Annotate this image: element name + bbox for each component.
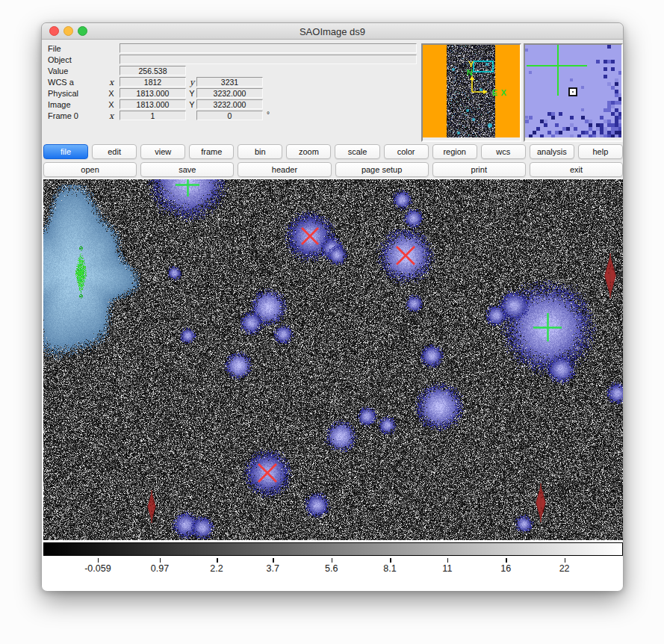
image-x-sublabel: X xyxy=(106,100,117,109)
frame-label: Frame 0 xyxy=(48,111,78,120)
colorbar-tick-label: 0.97 xyxy=(151,563,169,574)
colorbar-tick-label: -0.059 xyxy=(84,563,111,574)
colorbar-tick xyxy=(447,558,449,563)
colorbar-tick xyxy=(273,558,274,563)
menu-wcs-button[interactable]: wcs xyxy=(481,144,526,159)
menu-zoom-button[interactable]: zoom xyxy=(286,144,331,159)
wcs-x-field[interactable]: 1812 xyxy=(120,77,186,87)
wcs-y-sublabel: y xyxy=(187,78,197,87)
save-button[interactable]: save xyxy=(140,162,234,177)
frame-rotation-value: 0 xyxy=(228,111,232,120)
image-y-field[interactable]: 3232.000 xyxy=(196,99,263,109)
colorbar[interactable] xyxy=(43,542,623,556)
physical-y-value: 3232.000 xyxy=(214,89,246,98)
info-row-value: Value 256.538 xyxy=(42,66,419,76)
menu-bin-button[interactable]: bin xyxy=(238,144,282,159)
image-y-sublabel: Y xyxy=(187,100,197,109)
wcs-y-field[interactable]: 3231 xyxy=(196,77,263,87)
ds9-window: SAOImage ds9 File Object Value 256.538 W… xyxy=(41,22,624,590)
menu-view-button[interactable]: view xyxy=(140,144,185,159)
image-y-value: 3232.000 xyxy=(214,100,246,109)
menu-help-button[interactable]: help xyxy=(578,144,623,159)
colorbar-tick-label: 22 xyxy=(559,563,570,574)
info-row-wcs: WCS a x 1812 y 3231 xyxy=(42,77,419,87)
exit-button[interactable]: exit xyxy=(530,162,623,177)
colorbar-tick xyxy=(506,558,507,563)
wcs-x-value: 1812 xyxy=(144,78,161,87)
image-x-field[interactable]: 1813.000 xyxy=(120,99,186,109)
colorbar-tick-label: 2.2 xyxy=(210,563,223,574)
menu-edit-button[interactable]: edit xyxy=(92,144,137,159)
frame-zoom-value: 1 xyxy=(151,111,155,120)
menu-region-button[interactable]: region xyxy=(432,144,477,159)
page-setup-button[interactable]: page setup xyxy=(335,162,429,177)
colorbar-tick xyxy=(217,558,218,563)
colorbar-tick-label: 11 xyxy=(442,563,452,574)
value-field[interactable]: 256.538 xyxy=(120,66,186,75)
physical-y-sublabel: Y xyxy=(187,89,197,98)
colorbar-tick xyxy=(332,558,333,563)
value-label: Value xyxy=(48,66,68,75)
colorbar-tick-label: 8.1 xyxy=(383,563,396,574)
frame-x-sublabel: x xyxy=(106,111,117,121)
physical-y-field[interactable]: 3232.000 xyxy=(196,88,263,98)
physical-x-field[interactable]: 1813.000 xyxy=(120,88,186,98)
info-row-image: Image X 1813.000 Y 3232.000 xyxy=(42,99,419,110)
image-x-value: 1813.000 xyxy=(137,100,170,109)
colorbar-tick xyxy=(160,558,161,563)
pixel-value: 256.538 xyxy=(139,66,167,75)
file-submenu-bar: open save header page setup print exit xyxy=(43,162,623,177)
menu-analysis-button[interactable]: analysis xyxy=(530,144,574,159)
open-button[interactable]: open xyxy=(43,162,137,177)
physical-label: Physical xyxy=(48,89,78,98)
menu-bar: file edit view frame bin zoom scale colo… xyxy=(43,144,623,159)
menu-frame-button[interactable]: frame xyxy=(189,144,234,159)
wcs-label: WCS a xyxy=(48,78,74,87)
header-button[interactable]: header xyxy=(238,162,331,177)
colorbar-tick-label: 5.6 xyxy=(325,563,338,574)
image-label: Image xyxy=(48,100,71,109)
frame-zoom-field[interactable]: 1 xyxy=(120,111,186,120)
colorbar-tick xyxy=(98,558,99,563)
colorbar-ticks: -0.0590.972.23.75.68.1111622 xyxy=(42,23,624,59)
colorbar-tick xyxy=(565,558,566,563)
sky-image-canvas[interactable] xyxy=(43,179,623,540)
frame-rotation-field[interactable]: 0 xyxy=(196,111,263,120)
physical-x-value: 1813.000 xyxy=(137,89,170,98)
degree-symbol: ° xyxy=(267,111,270,119)
wcs-y-value: 3231 xyxy=(221,78,238,87)
menu-file-button[interactable]: file xyxy=(43,144,88,159)
info-row-physical: Physical X 1813.000 Y 3232.000 xyxy=(42,88,419,99)
menu-color-button[interactable]: color xyxy=(384,144,429,159)
colorbar-tick-label: 16 xyxy=(500,563,511,574)
colorbar-tick-label: 3.7 xyxy=(267,563,279,574)
print-button[interactable]: print xyxy=(432,162,526,177)
physical-x-sublabel: X xyxy=(106,89,117,98)
colorbar-tick xyxy=(390,558,391,563)
info-row-frame: Frame 0 x 1 0 ° xyxy=(42,111,419,121)
menu-scale-button[interactable]: scale xyxy=(335,144,379,159)
wcs-x-sublabel: x xyxy=(106,78,117,87)
desktop: SAOImage ds9 File Object Value 256.538 W… xyxy=(0,0,664,644)
